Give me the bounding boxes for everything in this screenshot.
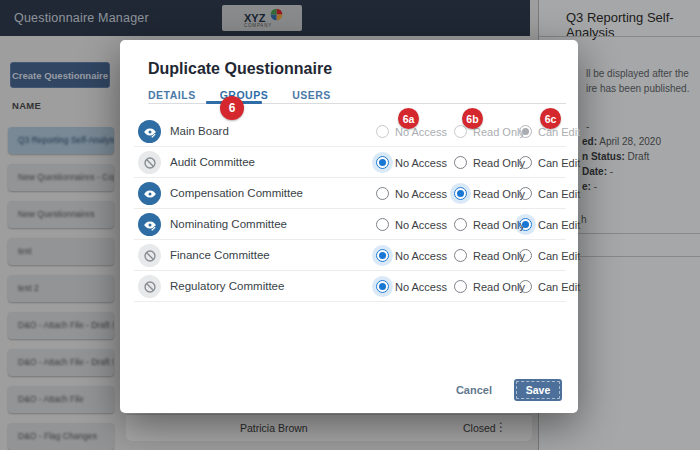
radio-label: No Access	[395, 219, 447, 231]
group-name: Finance Committee	[170, 249, 270, 261]
radio-label: Can Edit	[538, 157, 580, 169]
annotation-badge-6b: 6b	[462, 108, 483, 129]
cancel-button[interactable]: Cancel	[456, 384, 492, 396]
no-access-icon	[138, 151, 161, 174]
view-icon	[138, 182, 161, 205]
group-row-nominating: Nominating Committee No Access Read Only…	[120, 209, 578, 240]
tab-users[interactable]: USERS	[292, 89, 331, 101]
radio-label: Can Edit	[538, 250, 580, 262]
radio-read-only	[454, 125, 467, 138]
save-button[interactable]: Save	[514, 379, 562, 401]
radio-can-edit[interactable]	[519, 156, 532, 169]
modal-title: Duplicate Questionnaire	[148, 60, 332, 78]
radio-read-only[interactable]	[454, 280, 467, 293]
radio-no-access[interactable]	[376, 218, 389, 231]
radio-label: Can Edit	[538, 188, 580, 200]
group-row-compensation: Compensation Committee No Access Read On…	[120, 178, 578, 209]
group-name: Main Board	[170, 125, 229, 137]
radio-label: No Access	[395, 250, 447, 262]
group-row-main-board: Main Board No Access Read Only Can Edit	[120, 116, 578, 147]
radio-no-access[interactable]	[376, 156, 389, 169]
duplicate-questionnaire-modal: Duplicate Questionnaire DETAILS GROUPS U…	[120, 40, 578, 413]
radio-read-only[interactable]	[454, 218, 467, 231]
radio-label: Read Only	[473, 281, 525, 293]
radio-label: No Access	[395, 157, 447, 169]
group-name: Compensation Committee	[170, 187, 303, 199]
app-window: Questionnaire Manager XYZ COMPANY Create…	[0, 0, 700, 450]
row-divider	[134, 301, 566, 302]
radio-no-access[interactable]	[376, 249, 389, 262]
view-edit-icon	[138, 120, 161, 143]
radio-can-edit[interactable]	[519, 249, 532, 262]
radio-label: Read Only	[473, 219, 525, 231]
no-access-icon	[138, 275, 161, 298]
radio-read-only[interactable]	[454, 156, 467, 169]
radio-label: No Access	[395, 281, 447, 293]
annotation-badge-6: 6	[220, 96, 244, 120]
no-access-icon	[138, 244, 161, 267]
annotation-badge-6c: 6c	[540, 108, 561, 129]
radio-no-access[interactable]	[376, 280, 389, 293]
group-name: Nominating Committee	[170, 218, 287, 230]
annotation-badge-6a: 6a	[398, 108, 419, 129]
view-edit-icon	[138, 213, 161, 236]
group-row-audit: Audit Committee No Access Read Only Can …	[120, 147, 578, 178]
modal-footer: Cancel Save	[456, 378, 562, 402]
group-name: Audit Committee	[170, 156, 255, 168]
radio-label: Read Only	[473, 126, 525, 138]
radio-label: No Access	[395, 188, 447, 200]
radio-read-only[interactable]	[454, 249, 467, 262]
radio-label: Read Only	[473, 188, 525, 200]
group-row-finance: Finance Committee No Access Read Only Ca…	[120, 240, 578, 271]
radio-no-access[interactable]	[376, 187, 389, 200]
radio-label: Read Only	[473, 157, 525, 169]
radio-no-access	[376, 125, 389, 138]
radio-label: Can Edit	[538, 281, 580, 293]
radio-can-edit	[519, 125, 532, 138]
group-name: Regulatory Committee	[170, 280, 284, 292]
radio-label: Can Edit	[538, 219, 580, 231]
radio-can-edit[interactable]	[519, 187, 532, 200]
radio-can-edit[interactable]	[519, 280, 532, 293]
tab-details[interactable]: DETAILS	[148, 89, 196, 101]
radio-can-edit[interactable]	[519, 218, 532, 231]
radio-label: Read Only	[473, 250, 525, 262]
group-row-regulatory: Regulatory Committee No Access Read Only…	[120, 271, 578, 302]
radio-read-only[interactable]	[454, 187, 467, 200]
